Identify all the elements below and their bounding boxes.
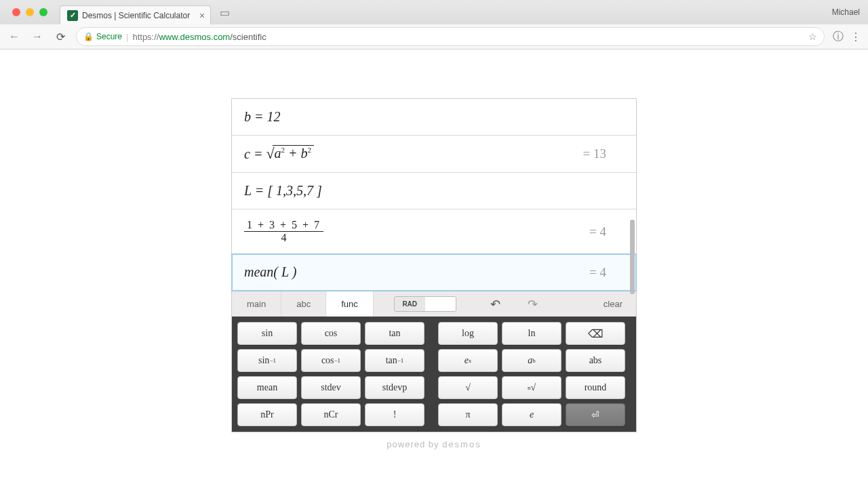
tab-title: Desmos | Scientific Calculator (82, 11, 190, 20)
undo-button[interactable]: ↶ (490, 297, 500, 312)
calculator: b = 12c = √a2 + b2= 13L = [ 1,3,5,7 ]1 +… (231, 98, 637, 432)
key[interactable]: π (438, 403, 498, 426)
keypad-tab-bar: main abc func RAD ↶ ↷ clear (232, 291, 636, 317)
redo-button: ↷ (528, 297, 538, 312)
expression-row[interactable]: mean( L )= 4 (232, 254, 636, 291)
key[interactable]: round (566, 376, 625, 399)
key[interactable]: e (502, 403, 561, 426)
profile-label[interactable]: Michael (832, 7, 868, 17)
key-cos[interactable]: cos (301, 322, 361, 345)
footer: powered by desmos (0, 439, 868, 449)
tab-bar: ✓ Desmos | Scientific Calculator × ▭ Mic… (0, 0, 868, 24)
expression-row[interactable]: c = √a2 + b2= 13 (232, 136, 636, 173)
angle-mode-toggle[interactable]: RAD (394, 296, 456, 312)
expression-text: 1 + 3 + 5 + 74 (244, 219, 589, 244)
expression-result: = 4 (589, 265, 606, 280)
key-stdev[interactable]: stdev (301, 376, 361, 399)
deg-option[interactable] (425, 297, 456, 311)
back-button[interactable]: ← (7, 29, 22, 44)
browser-tab[interactable]: ✓ Desmos | Scientific Calculator × (60, 5, 211, 24)
reload-button[interactable]: ⟳ (53, 29, 68, 44)
favicon-icon: ✓ (67, 10, 78, 21)
close-window-button[interactable] (12, 8, 20, 16)
key-mean[interactable]: mean (237, 376, 297, 399)
key-cos[interactable]: cos−1 (301, 349, 361, 372)
key-sin[interactable]: sin (237, 322, 297, 345)
key[interactable]: n√ (502, 376, 561, 399)
key[interactable]: ⌫ (566, 322, 625, 345)
key[interactable]: ex (438, 349, 498, 372)
tab-func[interactable]: func (326, 291, 374, 317)
key-npr[interactable]: nPr (237, 403, 297, 426)
undo-redo: ↶ ↷ (490, 291, 538, 317)
browser-toolbar: ← → ⟳ 🔒 Secure | https://www.desmos.com/… (0, 24, 868, 49)
keypad-right: logln⌫exababs√n√roundπe⏎ (438, 322, 625, 426)
footer-prefix: powered by (387, 439, 442, 449)
keypad-left: sincostansin−1cos−1tan−1meanstdevstdevpn… (237, 322, 425, 426)
key[interactable]: ⏎ (566, 403, 625, 426)
rad-option[interactable]: RAD (395, 297, 425, 311)
tab-abc[interactable]: abc (281, 291, 326, 317)
tab-main[interactable]: main (232, 291, 281, 317)
key-ncr[interactable]: nCr (301, 403, 361, 426)
expression-text: L = [ 1,3,5,7 ] (244, 183, 606, 199)
key-tan[interactable]: tan−1 (365, 349, 425, 372)
bookmark-star-icon[interactable]: ☆ (808, 31, 817, 42)
expression-text: c = √a2 + b2 (244, 145, 583, 163)
address-bar[interactable]: 🔒 Secure | https://www.desmos.com/scient… (76, 27, 825, 46)
maximize-window-button[interactable] (39, 8, 47, 16)
key[interactable]: abs (566, 349, 625, 372)
clear-button[interactable]: clear (590, 291, 636, 317)
key[interactable]: ab (502, 349, 561, 372)
info-icon[interactable]: ⓘ (833, 30, 844, 44)
key-tan[interactable]: tan (365, 322, 425, 345)
key[interactable]: √ (438, 376, 498, 399)
key-sin[interactable]: sin−1 (237, 349, 297, 372)
expression-text: mean( L ) (244, 264, 589, 280)
key[interactable]: ln (502, 322, 561, 345)
key-[interactable]: ! (365, 403, 425, 426)
forward-button: → (30, 29, 45, 44)
expression-row[interactable]: b = 12 (232, 99, 636, 136)
browser-chrome: ✓ Desmos | Scientific Calculator × ▭ Mic… (0, 0, 868, 49)
window-controls (5, 8, 54, 16)
key-stdevp[interactable]: stdevp (365, 376, 425, 399)
tab-close-icon[interactable]: × (199, 10, 205, 21)
expression-result: = 13 (583, 146, 606, 161)
menu-icon[interactable]: ⋮ (850, 30, 861, 43)
secure-lock-icon: 🔒 Secure (83, 32, 122, 41)
key[interactable]: log (438, 322, 498, 345)
secure-label: Secure (96, 32, 122, 41)
footer-brand: desmos (442, 439, 481, 449)
expression-result: = 4 (589, 224, 606, 239)
expression-row[interactable]: 1 + 3 + 5 + 74= 4 (232, 209, 636, 254)
expression-row[interactable]: L = [ 1,3,5,7 ] (232, 173, 636, 209)
minimize-window-button[interactable] (26, 8, 34, 16)
scrollbar[interactable] (630, 220, 635, 294)
keypad: sincostansin−1cos−1tan−1meanstdevstdevpn… (232, 317, 636, 432)
new-tab-button[interactable]: ▭ (216, 6, 233, 19)
expression-text: b = 12 (244, 109, 606, 125)
url-text: https://www.desmos.com/scientific (132, 32, 266, 42)
expression-list: b = 12c = √a2 + b2= 13L = [ 1,3,5,7 ]1 +… (232, 99, 636, 291)
